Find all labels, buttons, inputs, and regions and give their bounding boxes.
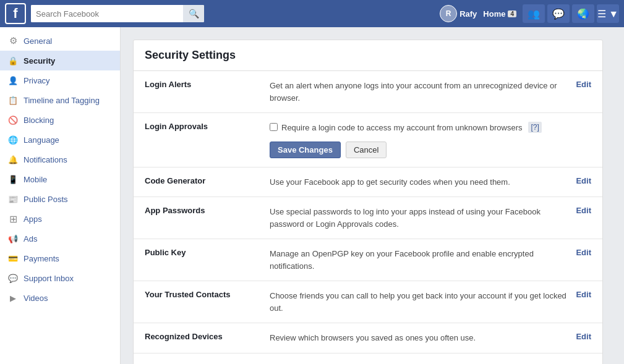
sidebar-item-videos[interactable]: Videos xyxy=(0,288,120,308)
messages-icon[interactable]: 💬 xyxy=(547,4,570,23)
search-button[interactable]: 🔍 xyxy=(183,5,204,22)
edit-logged-in[interactable]: Edit xyxy=(576,362,591,365)
settings-panel: Security Settings Login Alerts Get an al… xyxy=(133,40,603,364)
support-icon xyxy=(7,273,19,284)
help-link[interactable]: [?] xyxy=(528,122,541,133)
edit-recognized[interactable]: Edit xyxy=(576,332,591,341)
apps-icon xyxy=(7,213,19,224)
btn-row: Save Changes Cancel xyxy=(270,142,591,158)
home-badge: 4 xyxy=(508,11,516,17)
row-login-approvals: Login Approvals Require a login code to … xyxy=(134,113,602,167)
friends-icon-glyph: 👥 xyxy=(528,8,540,20)
lock-icon xyxy=(7,55,19,66)
row-label-login-approvals: Login Approvals xyxy=(145,122,262,131)
main-content: Security Settings Login Alerts Get an al… xyxy=(121,27,624,364)
edit-public-key[interactable]: Edit xyxy=(576,248,591,257)
row-label-recognized: Recognized Devices xyxy=(145,332,262,341)
sidebar-item-label: Timeline and Tagging xyxy=(24,96,100,105)
sidebar-item-notifications[interactable]: Notifications xyxy=(0,150,120,169)
messages-icon-glyph: 💬 xyxy=(552,8,565,20)
row-trusted-contacts: Your Trusted Contacts Choose friends you… xyxy=(134,281,602,323)
settings-icon[interactable]: ☰ ▼ xyxy=(597,4,619,23)
row-label-public-key: Public Key xyxy=(145,248,262,257)
friends-icon[interactable]: 👥 xyxy=(523,4,545,23)
page-title: Security Settings xyxy=(134,40,602,71)
edit-code-gen[interactable]: Edit xyxy=(576,176,591,185)
sidebar-item-label: Apps xyxy=(24,214,42,224)
videos-icon xyxy=(7,292,19,303)
gear-icon xyxy=(7,35,19,46)
username: Rafy xyxy=(459,9,477,19)
row-login-alerts: Login Alerts Get an alert when anyone lo… xyxy=(134,71,602,113)
row-recognized-devices: Recognized Devices Review which browsers… xyxy=(134,323,602,353)
top-navigation: f 🔍 R Rafy Home 4 👥 💬 🌏 ☰ ▼ xyxy=(0,0,624,27)
sidebar-item-label: Support Inbox xyxy=(24,274,74,283)
home-label: Home xyxy=(483,9,505,19)
sidebar-item-publicposts[interactable]: Public Posts xyxy=(0,189,120,209)
globe-icon[interactable]: 🌏 xyxy=(572,4,594,23)
row-label-login-alerts: Login Alerts xyxy=(145,80,262,89)
sidebar-item-label: Security xyxy=(24,56,55,66)
notification-icon xyxy=(7,154,19,165)
sidebar-item-label: Language xyxy=(24,135,59,145)
blocking-icon xyxy=(7,114,19,125)
sidebar-item-support[interactable]: Support Inbox xyxy=(0,268,120,288)
cancel-button[interactable]: Cancel xyxy=(346,142,387,158)
sidebar-item-ads[interactable]: Ads xyxy=(0,229,120,248)
row-desc-public-key: Manage an OpenPGP key on your Facebook p… xyxy=(270,248,568,272)
checkbox-row: Require a login code to access my accoun… xyxy=(270,122,591,134)
row-label-trusted: Your Trusted Contacts xyxy=(145,290,262,299)
sidebar-item-label: Notifications xyxy=(24,155,67,164)
sidebar-item-security[interactable]: Security xyxy=(0,51,120,70)
sidebar-item-label: Videos xyxy=(24,294,48,303)
sidebar-item-general[interactable]: General xyxy=(0,31,120,51)
sidebar-item-label: General xyxy=(24,36,52,46)
nav-home-link[interactable]: Home 4 xyxy=(479,9,520,19)
row-desc-app-passwords: Use special passwords to log into your a… xyxy=(270,206,568,230)
nav-user[interactable]: R Rafy xyxy=(440,5,477,22)
row-desc-trusted: Choose friends you can call to help you … xyxy=(270,290,568,314)
row-label-code-gen: Code Generator xyxy=(145,176,262,185)
row-label-logged-in: Where You're Logged In xyxy=(145,362,262,365)
ads-icon xyxy=(7,233,19,244)
payments-icon xyxy=(7,253,19,264)
sidebar-item-privacy[interactable]: Privacy xyxy=(0,70,120,90)
globe-icon-glyph: 🌏 xyxy=(577,8,589,20)
nav-right: R Rafy Home 4 👥 💬 🌏 ☰ ▼ xyxy=(440,4,619,23)
sidebar-item-mobile[interactable]: Mobile xyxy=(0,169,120,189)
row-app-passwords: App Passwords Use special passwords to l… xyxy=(134,197,602,239)
sidebar-item-payments[interactable]: Payments xyxy=(0,248,120,268)
sidebar-item-label: Public Posts xyxy=(24,195,68,204)
sidebar-item-label: Privacy xyxy=(24,76,50,85)
save-changes-button[interactable]: Save Changes xyxy=(270,142,341,158)
timeline-icon xyxy=(7,95,19,106)
edit-trusted[interactable]: Edit xyxy=(576,290,591,299)
edit-app-passwords[interactable]: Edit xyxy=(576,206,591,215)
checkbox-label: Require a login code to access my accoun… xyxy=(281,122,522,134)
facebook-logo: f xyxy=(5,3,26,24)
sidebar-item-label: Mobile xyxy=(24,175,47,184)
sidebar-item-apps[interactable]: Apps xyxy=(0,209,120,229)
sidebar-item-timeline[interactable]: Timeline and Tagging xyxy=(0,90,120,110)
page-layout: General Security Privacy Timeline and Ta… xyxy=(0,27,624,364)
settings-icon-glyph: ☰ ▼ xyxy=(597,8,618,20)
sidebar-item-label: Ads xyxy=(24,234,37,243)
edit-login-alerts[interactable]: Edit xyxy=(576,80,591,89)
row-desc-login-alerts: Get an alert when anyone logs into your … xyxy=(270,80,568,104)
sidebar-item-language[interactable]: Language xyxy=(0,130,120,150)
mobile-icon xyxy=(7,174,19,185)
row-desc-logged-in: Review and manage where you're currently… xyxy=(270,362,568,365)
approvals-content: Require a login code to access my accoun… xyxy=(270,122,591,158)
login-approvals-checkbox[interactable] xyxy=(270,123,278,131)
sidebar-item-blocking[interactable]: Blocking xyxy=(0,110,120,130)
row-desc-recognized: Review which browsers you saved as ones … xyxy=(270,332,568,344)
search-input[interactable] xyxy=(31,5,183,22)
row-code-generator: Code Generator Use your Facebook app to … xyxy=(134,167,602,198)
row-desc-code-gen: Use your Facebook app to get security co… xyxy=(270,176,568,188)
privacy-icon xyxy=(7,75,19,86)
row-label-app-passwords: App Passwords xyxy=(145,206,262,215)
sidebar: General Security Privacy Timeline and Ta… xyxy=(0,27,121,364)
sidebar-item-label: Blocking xyxy=(24,116,54,125)
posts-icon xyxy=(7,193,19,205)
row-where-logged-in: Where You're Logged In Review and manage… xyxy=(134,353,602,365)
